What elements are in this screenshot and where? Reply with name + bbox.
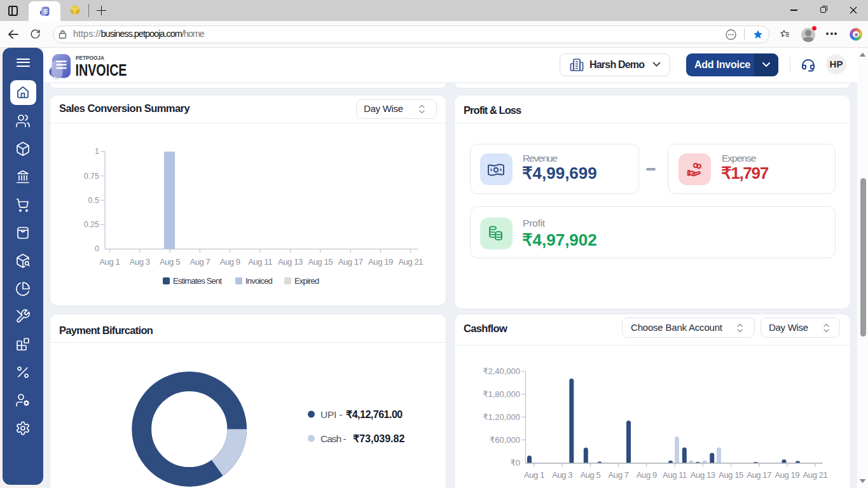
svg-text:Aug 17: Aug 17 <box>338 257 363 267</box>
svg-text:Aug 7: Aug 7 <box>609 470 629 480</box>
svg-text:Aug 1: Aug 1 <box>99 257 120 267</box>
svg-text:Aug 13: Aug 13 <box>691 470 715 480</box>
svg-text:₹2,40,000: ₹2,40,000 <box>483 366 520 376</box>
svg-text:Aug 3: Aug 3 <box>552 470 572 480</box>
svg-text:PETPOOJA: PETPOOJA <box>76 55 104 61</box>
svg-text:Aug 19: Aug 19 <box>775 470 799 480</box>
svg-text:INVOICE: INVOICE <box>76 61 127 79</box>
svg-text:Aug 11: Aug 11 <box>248 257 272 267</box>
svg-text:₹73,039.82: ₹73,039.82 <box>353 433 404 444</box>
svg-text:Aug 13: Aug 13 <box>278 257 303 267</box>
svg-text:₹1,20,000: ₹1,20,000 <box>483 412 520 422</box>
svg-text:0.25: 0.25 <box>84 220 99 229</box>
svg-text:UPI -: UPI - <box>320 409 342 420</box>
svg-text:Invoiced: Invoiced <box>245 276 273 286</box>
svg-text:Cash -: Cash - <box>320 433 346 444</box>
svg-text:₹1,80,000: ₹1,80,000 <box>483 389 520 399</box>
svg-text:Aug 15: Aug 15 <box>308 257 333 267</box>
svg-text:Aug 3: Aug 3 <box>130 257 150 267</box>
svg-text:Aug 1: Aug 1 <box>524 470 544 480</box>
svg-text:Aug 17: Aug 17 <box>747 470 771 480</box>
svg-text:Estimates Sent: Estimates Sent <box>173 276 222 286</box>
svg-text:Aug 7: Aug 7 <box>189 257 210 267</box>
svg-text:₹0: ₹0 <box>510 458 520 468</box>
svg-text:Aug 5: Aug 5 <box>160 257 180 267</box>
svg-text:1: 1 <box>95 147 99 156</box>
svg-text:Aug 21: Aug 21 <box>398 257 423 267</box>
svg-text:Aug 9: Aug 9 <box>637 470 657 480</box>
svg-text:₹60,000: ₹60,000 <box>490 435 520 445</box>
svg-text:Aug 5: Aug 5 <box>580 470 600 480</box>
svg-text:Aug 9: Aug 9 <box>220 257 240 267</box>
svg-text:₹4,12,761.00: ₹4,12,761.00 <box>346 409 403 420</box>
svg-text:0.75: 0.75 <box>84 172 99 181</box>
svg-text:0: 0 <box>95 244 99 253</box>
svg-text:Aug 21: Aug 21 <box>803 470 828 480</box>
svg-text:Aug 15: Aug 15 <box>719 470 743 480</box>
svg-text:0.5: 0.5 <box>88 196 99 205</box>
svg-text:Aug 19: Aug 19 <box>368 257 393 267</box>
svg-text:Expired: Expired <box>294 276 319 286</box>
svg-text:Aug 11: Aug 11 <box>663 470 687 480</box>
